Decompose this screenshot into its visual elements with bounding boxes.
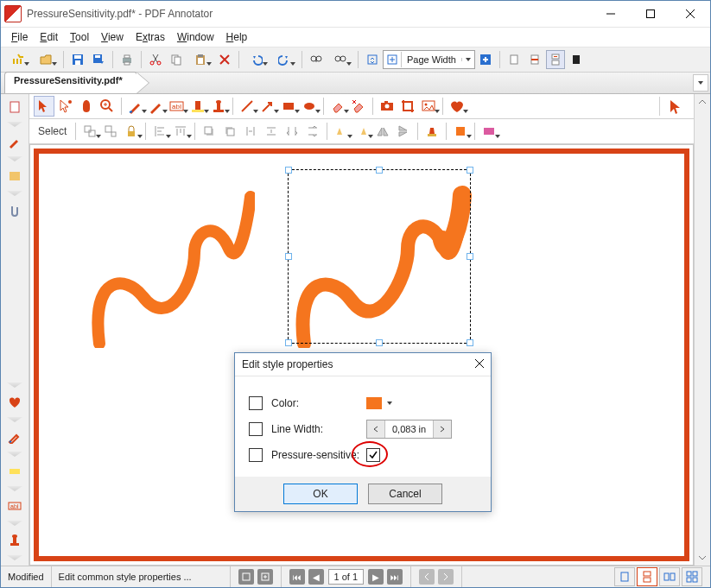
paste-button[interactable] (187, 50, 213, 69)
side-page-icon[interactable] (5, 98, 24, 117)
menu-window[interactable]: Window (172, 29, 219, 45)
zoom-in-button[interactable] (476, 50, 495, 69)
history-fwd-button[interactable] (438, 569, 454, 585)
ungroup-button[interactable] (101, 122, 120, 141)
zoom-tool-button[interactable] (98, 97, 117, 116)
menu-tool[interactable]: Tool (65, 29, 94, 45)
scroll-track[interactable] (695, 110, 710, 550)
bring-front-button[interactable] (200, 122, 219, 141)
page-indicator[interactable]: 1 of 1 (328, 569, 365, 585)
ellipse-tool-button[interactable] (300, 97, 319, 116)
favorite-button[interactable] (448, 97, 467, 116)
view-single-button[interactable] (614, 567, 635, 586)
find-button[interactable] (307, 50, 326, 69)
layout-dark-button[interactable] (567, 50, 586, 69)
side-textbox-icon[interactable]: abI (5, 496, 24, 515)
side-heart-icon[interactable] (5, 393, 24, 412)
menu-file[interactable]: File (6, 29, 33, 45)
rect-tool-button[interactable] (279, 97, 298, 116)
linewidth-incr-button[interactable] (433, 420, 451, 438)
ok-button[interactable]: OK (283, 484, 358, 504)
layout-fit-button[interactable] (525, 50, 544, 69)
page-nav-button[interactable] (363, 50, 382, 69)
layout-continuous-button[interactable] (546, 50, 565, 69)
undo-button[interactable] (244, 50, 270, 69)
menu-help[interactable]: Help (221, 29, 253, 45)
layout-single-button[interactable] (505, 50, 524, 69)
align-left-button[interactable] (150, 122, 169, 141)
scroll-up-button[interactable] (695, 94, 710, 110)
view-facing-button[interactable] (659, 567, 680, 586)
handle-w[interactable] (285, 253, 292, 260)
pan-tool-button[interactable] (77, 97, 96, 116)
group-button[interactable] (80, 122, 99, 141)
last-page-button[interactable]: ⏭ (387, 569, 403, 585)
document-tab[interactable]: PressureSensitivity.pdf* (4, 72, 137, 93)
save-button[interactable] (68, 50, 87, 69)
width-match-button[interactable] (262, 122, 281, 141)
zoom-dropdown-icon[interactable] (461, 58, 474, 61)
cancel-button[interactable]: Cancel (368, 484, 442, 504)
handle-sw[interactable] (285, 339, 292, 346)
prev-page-button[interactable]: ◀ (308, 569, 324, 585)
lock-button[interactable] (122, 122, 141, 141)
window-minimize-button[interactable] (591, 1, 631, 27)
flip-v-button[interactable] (394, 122, 413, 141)
side-clip-icon[interactable] (5, 201, 24, 220)
edit-style-button[interactable] (422, 122, 441, 141)
apply-pressure-checkbox[interactable] (249, 448, 263, 462)
tab-overflow-button[interactable] (693, 74, 708, 92)
linewidth-spinner[interactable]: 0,083 in (366, 420, 452, 439)
first-page-button[interactable]: ⏮ (289, 569, 305, 585)
highlighter-tool-button[interactable] (188, 97, 207, 116)
rotate-ccw-button[interactable] (332, 122, 351, 141)
height-match-button[interactable] (241, 122, 260, 141)
apply-linewidth-checkbox[interactable] (249, 422, 263, 436)
side-note-icon[interactable] (5, 167, 24, 186)
print-button[interactable] (117, 50, 136, 69)
handle-nw[interactable] (285, 167, 292, 174)
text-tool-button[interactable]: abI (168, 97, 187, 116)
align-top-button[interactable] (171, 122, 190, 141)
menu-extras[interactable]: Extras (130, 29, 170, 45)
status-page-prev-doc-icon[interactable] (238, 569, 254, 585)
center-v-button[interactable] (303, 122, 322, 141)
crop-tool-button[interactable] (398, 97, 417, 116)
window-close-button[interactable] (670, 1, 710, 27)
color-dropdown-icon[interactable] (387, 401, 392, 405)
handle-se[interactable] (467, 339, 473, 346)
menu-view[interactable]: View (96, 29, 129, 45)
menu-edit[interactable]: Edit (35, 29, 63, 45)
scroll-down-button[interactable] (695, 550, 710, 566)
copy-button[interactable] (167, 50, 186, 69)
handle-n[interactable] (376, 167, 383, 174)
arrow-tool-button[interactable] (258, 97, 277, 116)
delete-button[interactable] (215, 50, 234, 69)
canvas[interactable]: Edit style properties Color: (29, 144, 694, 566)
new-document-button[interactable] (5, 50, 31, 69)
dialog-close-button[interactable] (475, 358, 484, 370)
apply-color-checkbox[interactable] (249, 396, 263, 410)
eraser-tool-button[interactable] (328, 97, 347, 116)
erase-all-button[interactable] (349, 97, 368, 116)
lasso-tool-button[interactable] (56, 97, 75, 116)
side-stamp-icon[interactable] (5, 531, 24, 550)
save-as-button[interactable] (89, 50, 108, 69)
next-page-button[interactable]: ▶ (368, 569, 384, 585)
select-tool-button[interactable] (34, 96, 54, 117)
zoom-combo[interactable]: Page Width (383, 50, 475, 69)
stamp-picker-button[interactable] (479, 122, 498, 141)
color-swatch[interactable] (366, 397, 382, 409)
find-next-button[interactable] (327, 50, 353, 69)
view-facing-continuous-button[interactable] (682, 567, 702, 586)
rotate-cw-button[interactable] (352, 122, 371, 141)
open-button[interactable] (33, 50, 59, 69)
window-maximize-button[interactable] (631, 1, 670, 27)
snapshot-tool-button[interactable] (378, 97, 397, 116)
fill-picker-button[interactable] (451, 122, 470, 141)
pen-tool-button[interactable] (126, 97, 145, 116)
vertical-scrollbar[interactable] (694, 94, 710, 566)
side-pencil-icon[interactable] (5, 427, 24, 446)
handle-e[interactable] (467, 253, 473, 260)
handle-ne[interactable] (467, 167, 473, 174)
